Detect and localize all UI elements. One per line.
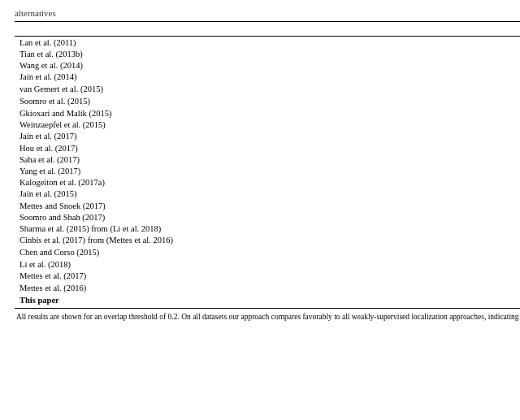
cell-author: Hou et al. (2017) (15, 142, 520, 154)
cell-author: van Gemert et al. (2015) (15, 83, 520, 95)
cell-author: Jain et al. (2014) (15, 71, 520, 83)
table-row: Jain et al. (2014)✓Box0.520–– (15, 71, 520, 83)
cell-author: Mettes et al. (2016) (15, 282, 520, 294)
table-row: Jain et al. (2017)✓Box0.5700.475– (15, 130, 520, 142)
table-footer-row: All results are shown for an overlap thr… (15, 308, 520, 324)
table-row: Mettes et al. (2016)✓Point0.5450.3480.14… (15, 282, 520, 294)
cell-author: Wang et al. (2014) (15, 59, 520, 71)
table-row: Kalogeiton et al. (2017a)×Box–0.772– (15, 176, 520, 188)
table-row: Hou et al. (2017)×Box0.5800.471– (15, 142, 520, 154)
table-row: van Gemert et al. (2015)✓Box0.5460.345– (15, 83, 520, 95)
table-row: This paper✓Point0.5980.4180.178 (15, 294, 520, 308)
table-row: Chen and Corso (2015)✓Video-label0.530–– (15, 246, 520, 258)
table-row: Sharma et al. (2015) from (Li et al. 201… (15, 223, 520, 234)
cell-author: Cinbis et al. (2017) from (Mettes et al.… (15, 234, 520, 246)
cell-author: Tian et al. (2013b) (15, 48, 520, 59)
table-row: Tian et al. (2013b)×Box0.420–– (15, 48, 520, 59)
table-row: Wang et al. (2014)×Box0.470–– (15, 59, 520, 71)
cell-author: Sharma et al. (2015) from (Li et al. 201… (15, 223, 520, 234)
cell-author: Lan et al. (2011) (15, 37, 520, 49)
cell-author: Weinzaepfel et al. (2015) (15, 119, 520, 130)
table-row: Jain et al. (2015)✓Zero-shot0.232–– (15, 188, 520, 200)
cell-author: Mettes and Snoek (2017) (15, 200, 520, 211)
cell-author: Kalogeiton et al. (2017a) (15, 176, 520, 188)
table-row: Soomro and Shah (2017)×Unsupervised0.450… (15, 211, 520, 223)
cell-author: Yang et al. (2017) (15, 165, 520, 176)
table-row: Yang et al. (2017)×Box–0.735– (15, 165, 520, 176)
cell-author: This paper (15, 294, 520, 308)
results-table: Proposals Supervision UCF sports(AUC) UC… (15, 21, 520, 324)
table-row: Mettes and Snoek (2017)×Zero-shot0.393–– (15, 200, 520, 211)
cell-author: Jain et al. (2015) (15, 188, 520, 200)
table-row: Lan et al. (2011)×Box0.380–– (15, 37, 520, 49)
table-row: Gkioxari and Malik (2015)×Box0.559–– (15, 107, 520, 119)
table-header-row: Proposals Supervision UCF sports(AUC) UC… (15, 22, 520, 37)
cell-author: Soomro and Shah (2017) (15, 211, 520, 223)
cell-author: Gkioxari and Malik (2015) (15, 107, 520, 119)
alternatives-label: alternatives (15, 8, 505, 18)
cell-author: Li et al. (2018) (15, 258, 520, 270)
cell-author: Jain et al. (2017) (15, 130, 520, 142)
table-row: Weinzaepfel et al. (2015)×Box0.5590.468– (15, 119, 520, 130)
table-row: Li et al. (2018)×Video-label–0.369– (15, 258, 520, 270)
table-row: Soomro et al. (2015)✓Box0.550–– (15, 95, 520, 107)
cell-author: Mettes et al. (2017) (15, 270, 520, 282)
table-row: Mettes et al. (2017)✓Video-label0.5560.3… (15, 270, 520, 282)
footer-text: All results are shown for an overlap thr… (15, 308, 520, 324)
table-row: Saha et al. (2017)×Box–0.631– (15, 154, 520, 165)
cell-author: Soomro et al. (2015) (15, 95, 520, 107)
table-row: Cinbis et al. (2017) from (Mettes et al.… (15, 234, 520, 246)
cell-author: Chen and Corso (2015) (15, 246, 520, 258)
cell-author: Saha et al. (2017) (15, 154, 520, 165)
col-author (15, 22, 520, 37)
